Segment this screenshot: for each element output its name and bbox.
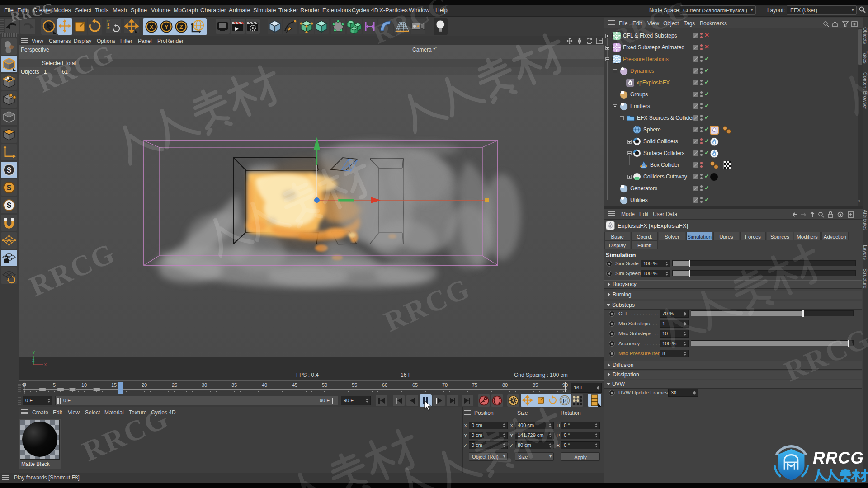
svg-text:S: S [7,202,12,209]
svg-text:S: S [7,166,12,174]
svg-text:Z: Z [179,23,183,30]
svg-text:Y: Y [165,23,169,30]
svg-text:Z: Z [32,358,35,363]
svg-text:P: P [563,397,567,404]
svg-text:X: X [150,23,154,30]
svg-text:Y: Y [32,350,35,355]
svg-text:X: X [44,362,47,367]
svg-text:S: S [7,184,12,192]
